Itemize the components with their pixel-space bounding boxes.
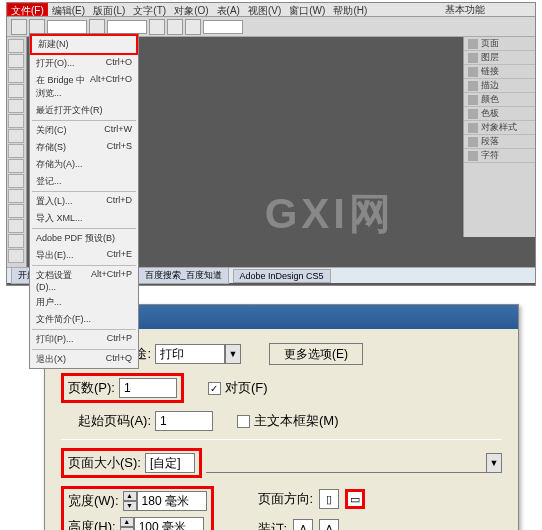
intent-input[interactable] <box>155 344 225 364</box>
height-input[interactable] <box>134 517 204 530</box>
watermark: GXI网 <box>265 186 395 242</box>
dd-separator <box>32 191 136 192</box>
color-icon <box>468 95 478 105</box>
task-baidu[interactable]: 百度搜索_百度知道 <box>138 267 229 284</box>
bind-label: 装订: <box>258 520 288 530</box>
dd-export[interactable]: 导出(E)...Ctrl+E <box>30 247 138 264</box>
task-indesign[interactable]: Adobe InDesign CS5 <box>233 269 331 283</box>
portrait-button[interactable]: ▯ <box>319 489 339 509</box>
dd-print[interactable]: 打印(P)...Ctrl+P <box>30 331 138 348</box>
bind-right-button[interactable]: A <box>319 519 339 530</box>
toolbar-input[interactable] <box>47 20 87 34</box>
eyedropper-tool[interactable] <box>8 234 24 248</box>
width-input[interactable] <box>137 491 207 511</box>
gradient-tool[interactable] <box>8 219 24 233</box>
facing-checkbox-wrap: ✓ 对页(F) <box>208 379 268 397</box>
dd-open[interactable]: 打开(O)...Ctrl+O <box>30 55 138 72</box>
panel-color[interactable]: 颜色 <box>464 93 535 107</box>
workspace-label: 基本功能 <box>445 3 485 17</box>
dd-checkin[interactable]: 登记... <box>30 173 138 190</box>
toolbar-input[interactable] <box>203 20 243 34</box>
toolbar-button[interactable] <box>11 19 27 35</box>
gap-tool[interactable] <box>8 84 24 98</box>
dd-pdfpreset[interactable]: Adobe PDF 预设(B) <box>30 230 138 247</box>
dd-exit[interactable]: 退出(X)Ctrl+Q <box>30 351 138 368</box>
panel-layers[interactable]: 图层 <box>464 51 535 65</box>
spin-up-icon[interactable]: ▲ <box>123 491 137 501</box>
dd-importxml[interactable]: 导入 XML... <box>30 210 138 227</box>
pages-input[interactable] <box>119 378 177 398</box>
scissors-tool[interactable] <box>8 189 24 203</box>
dd-recent[interactable]: 最近打开文件(R) <box>30 102 138 119</box>
dd-fileinfo[interactable]: 文件简介(F)... <box>30 311 138 328</box>
stroke-icon <box>468 81 478 91</box>
row-startpage: 起始页码(A): 主文本框架(M) <box>61 411 502 431</box>
hand-tool[interactable] <box>8 249 24 263</box>
toolbar-button[interactable] <box>167 19 183 35</box>
dd-user[interactable]: 用户... <box>30 294 138 311</box>
dd-bridge[interactable]: 在 Bridge 中浏览...Alt+Ctrl+O <box>30 72 138 102</box>
app-window: 文件(F) 编辑(E) 版面(L) 文字(T) 对象(O) 表(A) 视图(V)… <box>6 2 536 286</box>
landscape-button[interactable]: ▭ <box>345 489 365 509</box>
para-icon <box>468 137 478 147</box>
toolbar-button[interactable] <box>149 19 165 35</box>
dd-place[interactable]: 置入(L)...Ctrl+D <box>30 193 138 210</box>
bind-left-button[interactable]: A <box>293 519 313 530</box>
panel-para[interactable]: 段落 <box>464 135 535 149</box>
panel-char[interactable]: 字符 <box>464 149 535 163</box>
menu-window[interactable]: 窗口(W) <box>285 3 329 16</box>
height-spinner[interactable]: ▲▼ <box>120 517 204 530</box>
more-options-button[interactable]: 更多选项(E) <box>269 343 363 365</box>
dd-save[interactable]: 存储(S)Ctrl+S <box>30 139 138 156</box>
pencil-tool[interactable] <box>8 144 24 158</box>
dd-saveas[interactable]: 存储为(A)... <box>30 156 138 173</box>
startpage-input[interactable] <box>155 411 213 431</box>
master-checkbox-wrap: 主文本框架(M) <box>237 412 339 430</box>
transform-tool[interactable] <box>8 204 24 218</box>
menu-help[interactable]: 帮助(H) <box>329 3 371 16</box>
menu-type[interactable]: 文字(T) <box>129 3 170 16</box>
panel-links[interactable]: 链接 <box>464 65 535 79</box>
rect-tool[interactable] <box>8 174 24 188</box>
selection-tool[interactable] <box>8 39 24 53</box>
dd-new[interactable]: 新建(N) <box>30 34 138 55</box>
panel-objstyle[interactable]: 对象样式 <box>464 121 535 135</box>
menu-edit[interactable]: 编辑(E) <box>48 3 89 16</box>
intent-dropdown[interactable]: ▼ <box>155 344 241 364</box>
pen-tool[interactable] <box>8 129 24 143</box>
width-spinner[interactable]: ▲▼ <box>123 491 207 511</box>
links-icon <box>468 67 478 77</box>
menu-file[interactable]: 文件(F) <box>7 3 48 16</box>
dd-separator <box>32 349 136 350</box>
dd-close[interactable]: 关闭(C)Ctrl+W <box>30 122 138 139</box>
char-icon <box>468 151 478 161</box>
menu-object[interactable]: 对象(O) <box>170 3 212 16</box>
panel-swatches[interactable]: 色板 <box>464 107 535 121</box>
chevron-down-icon[interactable]: ▼ <box>225 344 241 364</box>
height-label: 高度(H): <box>68 518 116 530</box>
toolbar-button[interactable] <box>185 19 201 35</box>
rect-frame-tool[interactable] <box>8 159 24 173</box>
size-input[interactable] <box>145 453 195 473</box>
dd-separator <box>32 265 136 266</box>
spin-up-icon[interactable]: ▲ <box>120 517 134 527</box>
toolbar-input[interactable] <box>107 20 147 34</box>
panel-stroke[interactable]: 描边 <box>464 79 535 93</box>
master-checkbox[interactable] <box>237 415 250 428</box>
page-tool[interactable] <box>8 69 24 83</box>
dd-separator <box>32 228 136 229</box>
spin-down-icon[interactable]: ▼ <box>123 501 137 511</box>
chevron-down-icon[interactable]: ▼ <box>486 453 502 473</box>
menu-table[interactable]: 表(A) <box>213 3 244 16</box>
swatches-icon <box>468 109 478 119</box>
menu-layout[interactable]: 版面(L) <box>89 3 129 16</box>
menu-view[interactable]: 视图(V) <box>244 3 285 16</box>
facing-checkbox[interactable]: ✓ <box>208 382 221 395</box>
type-tool[interactable] <box>8 99 24 113</box>
direct-select-tool[interactable] <box>8 54 24 68</box>
size-dropdown[interactable]: ▼ <box>206 453 502 473</box>
dd-docsetup[interactable]: 文档设置(D)...Alt+Ctrl+P <box>30 267 138 294</box>
line-tool[interactable] <box>8 114 24 128</box>
panel-pages[interactable]: 页面 <box>464 37 535 51</box>
pages-label: 页数(P): <box>68 379 115 397</box>
